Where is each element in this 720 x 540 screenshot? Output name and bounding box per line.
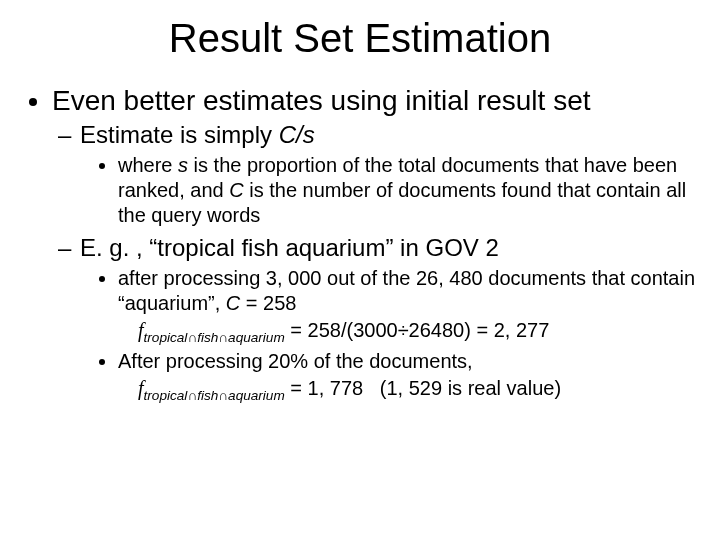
bullet-l2-estimate: Estimate is simply C/s where s is the pr… [80, 121, 700, 228]
var-c: C [229, 179, 243, 201]
slide: Result Set Estimation Even better estima… [0, 0, 720, 540]
bullet-l2-example: E. g. , “tropical fish aquarium” in GOV … [80, 234, 700, 405]
sublist: Estimate is simply C/s where s is the pr… [52, 121, 700, 405]
f-rhs: = 1, 778 (1, 529 is real value) [285, 377, 561, 399]
f-rhs: = 258/(3000÷26480) = 2, 277 [285, 319, 550, 341]
bullet-l3-after-20pct: After processing 20% of the documents, f… [118, 349, 700, 405]
bullet-l1: Even better estimates using initial resu… [52, 85, 700, 405]
text: Estimate is simply [80, 121, 279, 148]
subsublist: where s is the proportion of the total d… [80, 153, 700, 228]
bullet-l1-text: Even better estimates using initial resu… [52, 85, 590, 116]
f-subscript: tropical∩fish∩aquarium [144, 330, 285, 345]
subsublist: after processing 3, 000 out of the 26, 4… [80, 266, 700, 405]
slide-title: Result Set Estimation [20, 16, 700, 61]
var-s: s [178, 154, 188, 176]
t: after processing 3, 000 out of the 26, 4… [118, 267, 695, 314]
formula-line-2: ftropical∩fish∩aquarium = 1, 778 (1, 529… [138, 376, 700, 405]
var-c: C [226, 292, 240, 314]
bullet-l3-after-3000: after processing 3, 000 out of the 26, 4… [118, 266, 700, 347]
t: = 258 [240, 292, 296, 314]
text: E. g. , “tropical fish aquarium” in GOV … [80, 234, 499, 261]
estimate-formula: C/s [279, 121, 315, 148]
t: After processing 20% of the documents, [118, 350, 473, 372]
bullet-l3-where: where s is the proportion of the total d… [118, 153, 700, 228]
f-subscript: tropical∩fish∩aquarium [144, 388, 285, 403]
t: where [118, 154, 178, 176]
formula-line-1: ftropical∩fish∩aquarium = 258/(3000÷2648… [138, 318, 700, 347]
bullet-list: Even better estimates using initial resu… [20, 85, 700, 405]
